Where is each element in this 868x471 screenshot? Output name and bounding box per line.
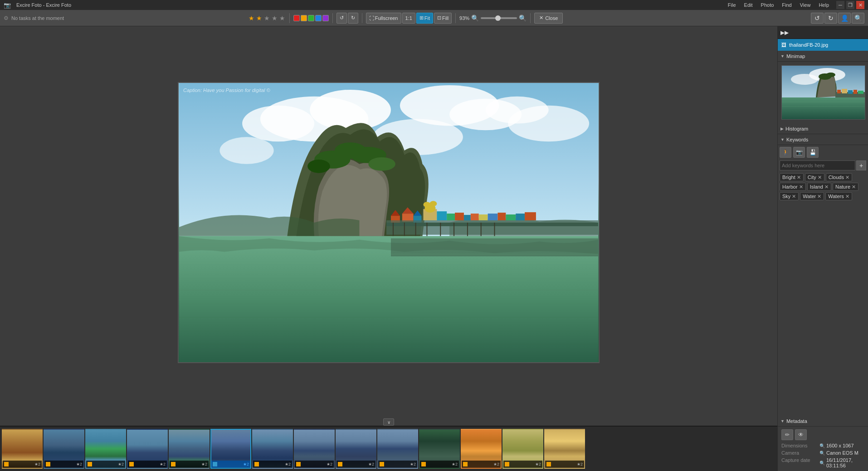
star-1-button[interactable]: ★ [248,14,255,22]
thumb-13-stars: ★2 [577,462,583,466]
menu-help[interactable]: Help [817,2,831,8]
filmstrip-toggle-button[interactable]: ∨ [383,418,394,426]
menu-edit[interactable]: Edit [742,2,755,8]
histogram-section-header[interactable]: ▶ Histogram [778,123,868,134]
keyword-water-text: Water [803,194,816,199]
keyword-bright-remove[interactable]: ✕ [797,175,801,180]
people-button[interactable]: 👤 [838,13,851,24]
rotate-ccw-button[interactable]: ↺ [336,13,347,24]
menu-view[interactable]: View [798,2,813,8]
thumb-9[interactable]: ★2 [377,429,418,469]
svg-point-14 [307,159,330,173]
fill-label: Fill [442,15,449,21]
thumb-11[interactable]: ★2 [461,429,502,469]
action-rotate-right-button[interactable]: ↻ [824,13,837,24]
star-4-button[interactable]: ★ [271,14,278,22]
zoom-fill-button[interactable]: ⊡ Fill [434,13,452,24]
star-2-button[interactable]: ★ [256,14,263,22]
meta-edit-button[interactable]: ✏ [781,429,793,440]
thumb-6[interactable]: ★2 [252,429,293,469]
menu-file[interactable]: File [726,2,738,8]
forward-arrow-icon[interactable]: ▶▶ [780,29,789,36]
menu-bar: File Edit Photo Find View Help [726,2,831,8]
svg-point-60 [791,74,818,85]
maximize-button[interactable]: ❐ [846,1,854,9]
keyword-harbor-remove[interactable]: ✕ [799,185,803,189]
keyword-add-button[interactable]: + [856,160,866,170]
svg-rect-67 [853,90,857,94]
minimap-content [778,62,868,123]
color-purple[interactable] [322,15,329,21]
star-5-button[interactable]: ★ [279,14,286,22]
minimap-chevron-icon: ▼ [780,54,785,58]
meta-camera-icon: 🔍 [819,451,825,456]
minimap-section-header[interactable]: ▼ Minimap [778,51,868,62]
action-rotate-left-button[interactable]: ↺ [811,13,824,24]
svg-point-13 [368,157,395,170]
search-action-button[interactable]: 🔍 [852,13,864,24]
keyword-save-button[interactable]: 💾 [807,147,819,158]
thumb-7[interactable]: ★2 [294,429,335,469]
menu-find[interactable]: Find [780,2,793,8]
keyword-waters-remove[interactable]: ✕ [845,194,849,199]
zoom-slider[interactable] [481,17,517,19]
minimap-image [781,65,865,120]
star-3-button[interactable]: ★ [263,14,270,22]
zoom-fit-button[interactable]: ⊞ Fit [416,13,433,24]
thumb-10[interactable]: ★2 [419,429,460,469]
zoom-section: 93% 🔍 🔍 [459,15,527,22]
histogram-chevron-icon: ▶ [780,126,784,131]
keyword-city-remove[interactable]: ✕ [818,175,822,180]
svg-point-62 [826,73,835,77]
keyword-person-button[interactable]: 🚶 [780,147,791,158]
close-window-button[interactable]: ✕ [856,1,864,9]
sep-3 [362,13,362,23]
meta-capture-icon: 🔍 [819,461,825,466]
file-item[interactable]: 🖼 thailandFB-20.jpg [778,39,868,51]
keyword-sky-remove[interactable]: ✕ [792,194,796,199]
keyword-island-remove[interactable]: ✕ [824,185,829,189]
keyword-bright: Bright ✕ [780,173,804,181]
keyword-camera-button[interactable]: 📷 [793,147,805,158]
color-blue[interactable] [315,15,322,21]
fill-icon: ⊡ [437,15,441,21]
menu-photo[interactable]: Photo [759,2,776,8]
rotate-cw-button[interactable]: ↻ [348,13,358,24]
filmstrip-thumbs: ★2 ★2 ★2 [0,427,587,471]
metadata-section-header[interactable]: ▼ Metadata [778,416,868,427]
zoom-in-icon[interactable]: 🔍 [519,15,527,22]
thumb-0[interactable]: ★2 [2,429,43,469]
file-icon: 🖼 [781,42,786,48]
svg-rect-35 [525,212,536,220]
thumb-5[interactable]: ★2 [210,429,251,469]
thumb-8[interactable]: ★2 [336,429,376,469]
task-status: No tasks at the moment [11,15,64,21]
thumb-3[interactable]: ★2 [127,429,168,469]
minimap-label: Minimap [786,53,805,59]
keyword-water: Water ✕ [800,192,824,200]
color-red[interactable] [293,15,300,21]
color-yellow[interactable] [301,15,307,21]
thumb-13[interactable]: ★2 [544,429,585,469]
keyword-input[interactable] [780,160,855,170]
keyword-clouds-remove[interactable]: ✕ [845,175,849,180]
close-image-button[interactable]: ✕ Close [534,13,563,24]
thumb-4[interactable]: ★2 [169,429,210,469]
fullscreen-button[interactable]: ⛶ Fullscreen [366,13,401,24]
thumb-2[interactable]: ★2 [85,429,126,469]
color-green[interactable] [308,15,314,21]
keyword-sky-text: Sky [782,194,790,199]
zoom-1to1-button[interactable]: 1:1 [402,13,415,24]
sep-1 [289,13,290,23]
thumb-9-stars: ★2 [410,462,416,466]
keyword-water-remove[interactable]: ✕ [817,194,821,199]
meta-view-button[interactable]: 👁 [795,429,807,440]
minimize-button[interactable]: ─ [836,1,844,9]
thumb-12[interactable]: ★2 [502,429,543,469]
window-controls: ─ ❐ ✕ [836,1,864,9]
keywords-section-header[interactable]: ▼ Keywords [778,134,868,145]
keyword-nature-remove[interactable]: ✕ [852,185,856,189]
thumb-1[interactable]: ★2 [44,429,84,469]
meta-dimensions-text: 1600 x 1067 [826,443,854,448]
zoom-out-icon[interactable]: 🔍 [471,15,479,22]
